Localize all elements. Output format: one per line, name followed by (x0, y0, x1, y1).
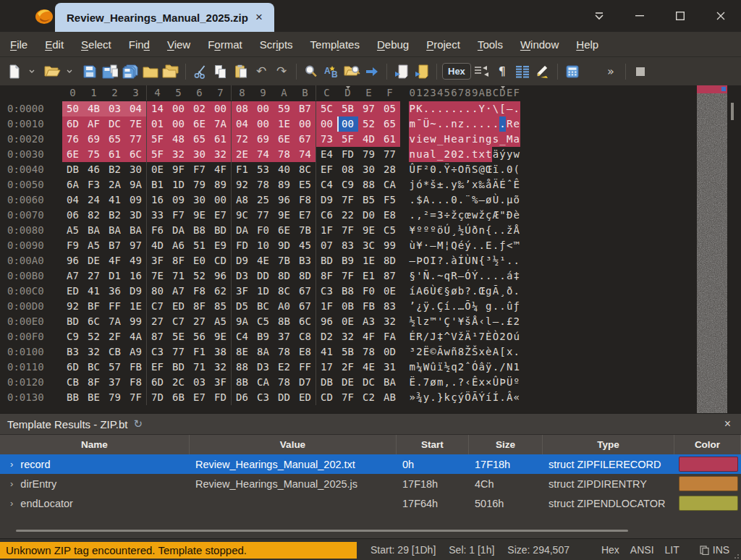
ascii-char[interactable]: . (451, 101, 458, 116)
hex-byte[interactable]: 49 (125, 253, 146, 268)
ascii-char[interactable]: W (423, 360, 430, 375)
hex-byte[interactable]: 4F (104, 253, 125, 268)
ascii-char[interactable]: ? (465, 284, 472, 299)
hex-byte[interactable]: BC (253, 299, 274, 314)
ascii-char[interactable]: w (471, 208, 478, 223)
ascii-char[interactable]: 2 (444, 147, 451, 162)
hex-byte[interactable]: A8 (232, 192, 253, 208)
ascii-char[interactable]: u (416, 147, 423, 162)
hex-byte[interactable]: 6E (274, 132, 295, 147)
ascii-char[interactable]: \ (492, 101, 499, 116)
hex-byte[interactable]: CD (316, 390, 337, 405)
hex-byte[interactable]: 33 (147, 208, 168, 223)
hex-byte[interactable]: 4A (125, 329, 146, 344)
ascii-char[interactable]: 7 (478, 329, 486, 344)
ascii-char[interactable]: í (486, 390, 493, 405)
hex-byte[interactable]: FD (210, 390, 231, 405)
ascii-char[interactable]: ‚ (416, 208, 423, 223)
ascii-char[interactable]: . (513, 253, 520, 268)
ascii-char[interactable]: . (465, 116, 472, 132)
hex-byte[interactable]: 59 (274, 101, 295, 116)
hex-byte[interactable]: 2F (104, 329, 125, 344)
hex-byte[interactable]: F8 (189, 284, 210, 299)
column-header-color[interactable]: Color (674, 435, 741, 454)
hex-byte[interactable]: F1 (189, 344, 210, 360)
ascii-char[interactable]: ~ (430, 116, 437, 132)
hex-byte[interactable]: 07 (316, 238, 337, 253)
hex-byte[interactable]: 30 (358, 162, 379, 177)
cut-button[interactable] (191, 61, 210, 82)
ascii-char[interactable]: a (457, 132, 465, 147)
ascii-char[interactable]: – (492, 314, 499, 329)
ascii-char[interactable]: š (430, 177, 437, 192)
ascii-char[interactable]: { (486, 223, 493, 238)
ascii-char[interactable]: û (430, 360, 437, 375)
ascii-char[interactable]: @ (478, 162, 486, 177)
hex-byte[interactable]: C8 (295, 329, 316, 344)
ascii-char[interactable]: . (430, 192, 437, 208)
hex-byte[interactable]: 32 (83, 344, 104, 360)
ascii-char[interactable]: š (465, 314, 472, 329)
ascii-char[interactable]: ± (436, 177, 444, 192)
ascii-char[interactable]: º (513, 375, 520, 390)
hex-byte[interactable]: 41 (83, 284, 104, 299)
hex-byte[interactable]: A6 (168, 238, 189, 253)
ascii-char[interactable]: . (471, 101, 478, 116)
hex-byte[interactable]: 46 (83, 162, 104, 177)
hex-byte[interactable]: DC (358, 375, 379, 390)
menu-file[interactable]: File (1, 38, 36, 51)
hex-byte[interactable]: 4F (358, 329, 379, 344)
hex-byte[interactable]: 8C (274, 284, 295, 299)
hex-byte[interactable]: 6D (62, 360, 83, 375)
hex-byte[interactable]: 99 (379, 238, 400, 253)
ascii-char[interactable]: Q (451, 238, 458, 253)
hex-byte[interactable]: 6C (125, 147, 146, 162)
hex-byte[interactable]: 7B (274, 253, 295, 268)
hex-byte[interactable]: 22 (337, 208, 358, 223)
ascii-char[interactable]: . (430, 390, 437, 405)
ascii-char[interactable]: 6 (423, 284, 430, 299)
ascii-char[interactable]: Þ (416, 253, 423, 268)
ascii-char[interactable]: q (444, 268, 451, 284)
hex-byte[interactable]: 76 (62, 132, 83, 147)
hex-byte[interactable]: 7E (125, 116, 146, 132)
hex-byte[interactable]: D9 (125, 284, 146, 299)
ascii-char[interactable]: ½ (492, 253, 499, 268)
hex-byte[interactable]: F8 (295, 192, 316, 208)
ascii-char[interactable]: ‰ (478, 177, 486, 192)
copy-button[interactable] (211, 61, 230, 82)
ascii-char[interactable]: . (436, 101, 444, 116)
ascii-char[interactable]: 2 (416, 344, 423, 360)
hex-byte[interactable]: 83 (379, 299, 400, 314)
hex-byte[interactable]: B9 (337, 253, 358, 268)
scrollbar-thumb[interactable] (731, 103, 734, 120)
hex-byte[interactable]: 61 (104, 147, 125, 162)
hex-byte[interactable]: 2C (168, 375, 189, 390)
expand-chevron-icon[interactable]: › (10, 478, 13, 489)
hex-byte[interactable]: 48 (168, 132, 189, 147)
hex-byte[interactable]: 62 (210, 284, 231, 299)
hex-byte[interactable]: C9 (62, 329, 83, 344)
hex-byte[interactable]: 6E (274, 223, 295, 238)
ascii-char[interactable]: á (506, 268, 513, 284)
hex-byte[interactable]: 41 (316, 344, 337, 360)
hex-byte[interactable]: 4E (358, 360, 379, 375)
ascii-char[interactable]: Í (457, 253, 465, 268)
ascii-char[interactable]: j (409, 177, 416, 192)
hex-byte[interactable]: C3 (253, 390, 274, 405)
hex-byte[interactable]: F1 (232, 162, 253, 177)
hex-byte[interactable]: AB (379, 390, 400, 405)
ascii-char[interactable]: ñ (465, 162, 472, 177)
hex-byte[interactable]: 5B (337, 101, 358, 116)
hex-byte[interactable]: CD (210, 253, 231, 268)
ascii-char[interactable]: y (423, 390, 430, 405)
hex-byte[interactable]: B2 (104, 208, 125, 223)
ascii-char[interactable]: 0 (451, 192, 458, 208)
hex-byte[interactable]: F0 (253, 223, 274, 238)
hex-byte[interactable]: 6B (168, 390, 189, 405)
ascii-char[interactable]: . (478, 268, 486, 284)
hex-byte[interactable]: 8C (295, 162, 316, 177)
hex-byte[interactable]: 1D (168, 177, 189, 192)
hex-byte[interactable]: 6D (147, 375, 168, 390)
ascii-char[interactable]: e (423, 132, 430, 147)
